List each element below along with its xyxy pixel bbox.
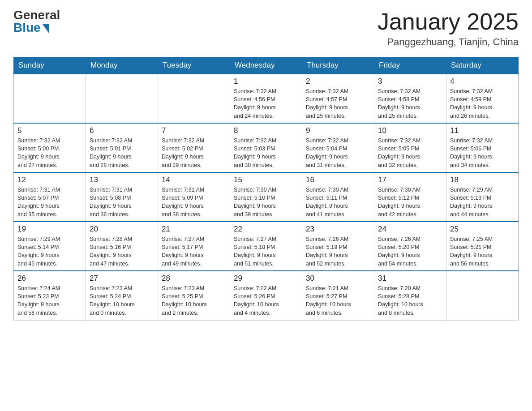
day-number: 29 — [234, 274, 298, 283]
calendar-cell — [446, 271, 519, 320]
calendar-cell: 13Sunrise: 7:31 AM Sunset: 5:08 PM Dayli… — [86, 172, 158, 222]
day-info: Sunrise: 7:32 AM Sunset: 5:00 PM Dayligh… — [17, 137, 82, 169]
day-number: 11 — [450, 126, 515, 135]
day-info: Sunrise: 7:32 AM Sunset: 5:02 PM Dayligh… — [162, 137, 226, 169]
calendar-cell: 5Sunrise: 7:32 AM Sunset: 5:00 PM Daylig… — [14, 123, 86, 172]
calendar-cell: 23Sunrise: 7:26 AM Sunset: 5:19 PM Dayli… — [302, 222, 374, 271]
calendar-cell — [14, 74, 86, 123]
day-number: 7 — [162, 126, 226, 135]
calendar-week-row: 12Sunrise: 7:31 AM Sunset: 5:07 PM Dayli… — [14, 172, 519, 222]
day-info: Sunrise: 7:32 AM Sunset: 4:59 PM Dayligh… — [450, 87, 515, 120]
day-info: Sunrise: 7:21 AM Sunset: 5:27 PM Dayligh… — [306, 284, 370, 317]
calendar-cell: 25Sunrise: 7:25 AM Sunset: 5:21 PM Dayli… — [446, 222, 519, 271]
day-info: Sunrise: 7:32 AM Sunset: 5:03 PM Dayligh… — [234, 137, 298, 169]
calendar-cell: 11Sunrise: 7:32 AM Sunset: 5:06 PM Dayli… — [446, 123, 519, 172]
calendar-cell: 22Sunrise: 7:27 AM Sunset: 5:18 PM Dayli… — [230, 222, 302, 271]
day-number: 3 — [378, 77, 442, 86]
calendar-cell: 26Sunrise: 7:24 AM Sunset: 5:23 PM Dayli… — [14, 271, 86, 320]
day-number: 2 — [306, 77, 370, 86]
calendar-header-saturday: Saturday — [446, 57, 519, 74]
calendar-cell — [158, 74, 230, 123]
page-header: General Blue January 2025 Panggezhuang, … — [13, 9, 519, 48]
day-number: 20 — [90, 225, 154, 234]
calendar-cell: 8Sunrise: 7:32 AM Sunset: 5:03 PM Daylig… — [230, 123, 302, 172]
calendar-cell: 20Sunrise: 7:28 AM Sunset: 5:16 PM Dayli… — [86, 222, 158, 271]
day-number: 4 — [450, 77, 515, 86]
day-info: Sunrise: 7:32 AM Sunset: 5:06 PM Dayligh… — [450, 137, 515, 169]
day-info: Sunrise: 7:26 AM Sunset: 5:20 PM Dayligh… — [378, 235, 442, 268]
calendar-cell: 7Sunrise: 7:32 AM Sunset: 5:02 PM Daylig… — [158, 123, 230, 172]
calendar-header-monday: Monday — [86, 57, 158, 74]
location-text: Panggezhuang, Tianjin, China — [378, 36, 519, 48]
day-info: Sunrise: 7:32 AM Sunset: 4:58 PM Dayligh… — [378, 87, 442, 120]
title-block: January 2025 Panggezhuang, Tianjin, Chin… — [378, 9, 519, 48]
calendar-header-tuesday: Tuesday — [158, 57, 230, 74]
calendar-header-friday: Friday — [374, 57, 446, 74]
calendar-cell: 30Sunrise: 7:21 AM Sunset: 5:27 PM Dayli… — [302, 271, 374, 320]
calendar-week-row: 5Sunrise: 7:32 AM Sunset: 5:00 PM Daylig… — [14, 123, 519, 172]
day-info: Sunrise: 7:32 AM Sunset: 5:01 PM Dayligh… — [90, 137, 154, 169]
calendar-cell: 10Sunrise: 7:32 AM Sunset: 5:05 PM Dayli… — [374, 123, 446, 172]
calendar-cell: 4Sunrise: 7:32 AM Sunset: 4:59 PM Daylig… — [446, 74, 519, 123]
day-info: Sunrise: 7:24 AM Sunset: 5:23 PM Dayligh… — [17, 284, 82, 317]
day-info: Sunrise: 7:23 AM Sunset: 5:24 PM Dayligh… — [90, 284, 154, 317]
day-number: 27 — [90, 274, 154, 283]
calendar-cell: 19Sunrise: 7:29 AM Sunset: 5:14 PM Dayli… — [14, 222, 86, 271]
day-number: 16 — [306, 176, 370, 184]
logo-blue-text: Blue — [13, 21, 49, 34]
day-number: 25 — [450, 225, 515, 234]
day-number: 23 — [306, 225, 370, 234]
day-info: Sunrise: 7:30 AM Sunset: 5:12 PM Dayligh… — [378, 186, 442, 218]
day-number: 9 — [306, 126, 370, 135]
day-info: Sunrise: 7:27 AM Sunset: 5:18 PM Dayligh… — [234, 235, 298, 268]
calendar-cell — [86, 74, 158, 123]
day-info: Sunrise: 7:25 AM Sunset: 5:21 PM Dayligh… — [450, 235, 515, 268]
day-info: Sunrise: 7:32 AM Sunset: 5:05 PM Dayligh… — [378, 137, 442, 169]
day-number: 6 — [90, 126, 154, 135]
day-number: 15 — [234, 176, 298, 184]
calendar-cell: 9Sunrise: 7:32 AM Sunset: 5:04 PM Daylig… — [302, 123, 374, 172]
calendar-cell: 2Sunrise: 7:32 AM Sunset: 4:57 PM Daylig… — [302, 74, 374, 123]
day-info: Sunrise: 7:29 AM Sunset: 5:14 PM Dayligh… — [17, 235, 82, 268]
calendar-cell: 14Sunrise: 7:31 AM Sunset: 5:09 PM Dayli… — [158, 172, 230, 222]
calendar-cell: 29Sunrise: 7:22 AM Sunset: 5:26 PM Dayli… — [230, 271, 302, 320]
calendar-cell: 28Sunrise: 7:23 AM Sunset: 5:25 PM Dayli… — [158, 271, 230, 320]
calendar-cell: 3Sunrise: 7:32 AM Sunset: 4:58 PM Daylig… — [374, 74, 446, 123]
calendar-cell: 27Sunrise: 7:23 AM Sunset: 5:24 PM Dayli… — [86, 271, 158, 320]
day-number: 13 — [90, 176, 154, 184]
calendar-cell: 31Sunrise: 7:20 AM Sunset: 5:28 PM Dayli… — [374, 271, 446, 320]
calendar-header-row: SundayMondayTuesdayWednesdayThursdayFrid… — [14, 57, 519, 74]
calendar-cell: 12Sunrise: 7:31 AM Sunset: 5:07 PM Dayli… — [14, 172, 86, 222]
logo: General Blue — [13, 9, 60, 34]
day-number: 1 — [234, 77, 298, 86]
logo-general-text: General — [13, 9, 60, 21]
day-info: Sunrise: 7:31 AM Sunset: 5:07 PM Dayligh… — [17, 186, 82, 218]
calendar-header-sunday: Sunday — [14, 57, 86, 74]
calendar-header-wednesday: Wednesday — [230, 57, 302, 74]
calendar-cell: 18Sunrise: 7:29 AM Sunset: 5:13 PM Dayli… — [446, 172, 519, 222]
day-number: 28 — [162, 274, 226, 283]
day-number: 24 — [378, 225, 442, 234]
day-info: Sunrise: 7:30 AM Sunset: 5:11 PM Dayligh… — [306, 186, 370, 218]
day-info: Sunrise: 7:30 AM Sunset: 5:10 PM Dayligh… — [234, 186, 298, 218]
day-number: 21 — [162, 225, 226, 234]
calendar-cell: 21Sunrise: 7:27 AM Sunset: 5:17 PM Dayli… — [158, 222, 230, 271]
calendar-header-thursday: Thursday — [302, 57, 374, 74]
day-info: Sunrise: 7:23 AM Sunset: 5:25 PM Dayligh… — [162, 284, 226, 317]
calendar-week-row: 26Sunrise: 7:24 AM Sunset: 5:23 PM Dayli… — [14, 271, 519, 320]
day-number: 17 — [378, 176, 442, 184]
month-title: January 2025 — [378, 9, 519, 34]
day-info: Sunrise: 7:29 AM Sunset: 5:13 PM Dayligh… — [450, 186, 515, 218]
day-number: 5 — [17, 126, 82, 135]
calendar-table: SundayMondayTuesdayWednesdayThursdayFrid… — [13, 57, 519, 321]
calendar-cell: 1Sunrise: 7:32 AM Sunset: 4:56 PM Daylig… — [230, 74, 302, 123]
day-info: Sunrise: 7:32 AM Sunset: 4:57 PM Dayligh… — [306, 87, 370, 120]
day-number: 19 — [17, 225, 82, 234]
day-info: Sunrise: 7:22 AM Sunset: 5:26 PM Dayligh… — [234, 284, 298, 317]
calendar-cell: 24Sunrise: 7:26 AM Sunset: 5:20 PM Dayli… — [374, 222, 446, 271]
day-number: 31 — [378, 274, 442, 283]
calendar-week-row: 1Sunrise: 7:32 AM Sunset: 4:56 PM Daylig… — [14, 74, 519, 123]
day-number: 30 — [306, 274, 370, 283]
day-info: Sunrise: 7:31 AM Sunset: 5:09 PM Dayligh… — [162, 186, 226, 218]
day-info: Sunrise: 7:32 AM Sunset: 5:04 PM Dayligh… — [306, 137, 370, 169]
